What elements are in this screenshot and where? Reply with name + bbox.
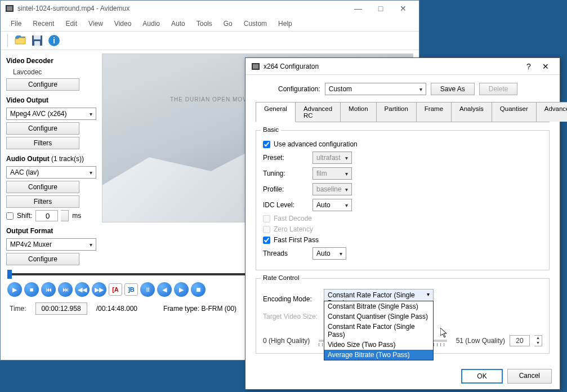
encoding-mode-dropdown: Constant Bitrate (Single Pass) Constant … <box>324 301 434 360</box>
app-icon <box>5 4 14 13</box>
tab-motion[interactable]: Motion <box>340 102 377 122</box>
menu-custom[interactable]: Custom <box>238 17 273 30</box>
audio-codec-combo[interactable]: AAC (lav) <box>6 166 96 179</box>
menu-help[interactable]: Help <box>273 17 298 30</box>
preview-text1: THE DURIAN OPEN MOVI <box>170 96 249 103</box>
next-kf-button[interactable]: ▶▶ <box>92 282 106 297</box>
menu-edit[interactable]: Edit <box>60 17 83 30</box>
option-vsize[interactable]: Video Size (Two Pass) <box>324 340 433 350</box>
frame-type-label: Frame type: B-FRM (00) <box>163 305 236 313</box>
ok-button[interactable]: OK <box>461 369 502 384</box>
shift-checkbox[interactable] <box>6 212 14 220</box>
help-button[interactable]: ? <box>520 62 537 71</box>
video-decoder-label: Video Decoder <box>6 57 96 65</box>
rate-control-group: Rate Control Encoding Mode: Constant Rat… <box>256 278 550 354</box>
svg-rect-4 <box>34 41 40 46</box>
menu-file[interactable]: File <box>5 17 27 30</box>
tab-quantiser[interactable]: Quantiser <box>492 102 537 122</box>
menu-go[interactable]: Go <box>218 17 238 30</box>
use-advanced-label: Use advanced configuration <box>274 140 358 148</box>
tab-partition[interactable]: Partition <box>376 102 417 122</box>
save-icon[interactable] <box>30 34 44 47</box>
idc-label: IDC Level: <box>263 201 308 209</box>
menu-audio[interactable]: Audio <box>137 17 166 30</box>
cancel-button[interactable]: Cancel <box>507 369 552 384</box>
marker-a-button[interactable]: [A <box>109 283 122 296</box>
option-abr[interactable]: Average Bitrate (Two Pass) <box>324 350 433 360</box>
maximize-button[interactable]: □ <box>369 2 392 15</box>
profile-combo: baseline <box>312 183 352 195</box>
quality-low-label: 0 (High Quality) <box>263 337 310 345</box>
video-codec-combo[interactable]: Mpeg4 AVC (x264) <box>6 108 96 120</box>
play-button[interactable]: ▶ <box>7 282 22 297</box>
fast-first-pass-checkbox[interactable] <box>263 237 270 244</box>
shift-unit: ms <box>72 212 81 220</box>
svg-text:i: i <box>53 36 55 45</box>
prev-frame-button[interactable]: ⏮ <box>41 282 56 297</box>
menu-tools[interactable]: Tools <box>191 17 218 30</box>
shift-input[interactable] <box>35 210 58 221</box>
menubar: File Recent Edit View Video Audio Auto T… <box>1 16 419 32</box>
goto-start-button[interactable]: ⏸ <box>140 282 155 297</box>
save-as-button[interactable]: Save As <box>431 83 475 95</box>
quality-high-label: 51 (Low Quality) <box>456 337 505 345</box>
stop-button[interactable]: ■ <box>24 282 39 297</box>
separator <box>7 34 8 47</box>
quality-spinner[interactable]: ▲▼ <box>534 335 542 346</box>
open-icon[interactable] <box>14 34 27 47</box>
basic-group: Basic Use advanced configuration Preset:… <box>256 130 550 270</box>
basic-group-title: Basic <box>261 126 281 133</box>
prev-kf-button[interactable]: ◀◀ <box>75 282 90 297</box>
shift-spinner[interactable] <box>61 210 69 221</box>
video-configure-button[interactable]: Configure <box>6 122 79 135</box>
encoding-mode-combo[interactable]: Constant Rate Factor (Single Pass) Const… <box>324 289 434 309</box>
muxer-configure-button[interactable]: Configure <box>6 253 79 265</box>
decoder-name: Lavcodec <box>13 68 96 76</box>
config-combo[interactable]: Custom <box>325 83 426 95</box>
quality-value-input[interactable]: 20 <box>510 335 530 346</box>
menu-recent[interactable]: Recent <box>27 17 60 30</box>
video-filters-button[interactable]: Filters <box>6 137 79 149</box>
audio-output-label: Audio Output (1 track(s)) <box>6 155 96 163</box>
goto-end-button[interactable]: ⏹ <box>191 282 206 297</box>
next-frame-button[interactable]: ⏭ <box>58 282 73 297</box>
audio-filters-button[interactable]: Filters <box>6 195 79 208</box>
use-advanced-checkbox[interactable] <box>263 141 270 148</box>
fast-decode-label: Fast Decode <box>274 215 312 222</box>
svg-rect-3 <box>34 35 41 39</box>
minimize-button[interactable]: — <box>347 2 369 15</box>
tab-frame[interactable]: Frame <box>416 102 452 122</box>
tab-analysis[interactable]: Analysis <box>451 102 492 122</box>
option-cbr[interactable]: Constant Bitrate (Single Pass) <box>324 301 433 311</box>
threads-label: Threads <box>263 250 308 257</box>
svg-rect-8 <box>253 64 258 69</box>
current-time[interactable]: 00:00:12.958 <box>35 302 87 315</box>
preset-combo: ultrafast <box>312 152 352 164</box>
idc-combo[interactable]: Auto <box>312 199 352 211</box>
dialog-close-button[interactable]: ✕ <box>537 62 554 71</box>
info-icon[interactable]: i <box>47 34 61 47</box>
fwd-button[interactable]: ▶ <box>174 282 189 297</box>
window-title: sintel-1024-surround.mp4 - Avidemux <box>17 5 347 12</box>
menu-auto[interactable]: Auto <box>166 17 191 30</box>
muxer-combo[interactable]: MP4v2 Muxer <box>6 238 96 251</box>
menu-view[interactable]: View <box>83 17 109 30</box>
config-label: Configuration: <box>278 85 320 93</box>
tab-advanced[interactable]: Advanced <box>536 102 567 122</box>
threads-combo[interactable]: Auto <box>312 247 346 260</box>
option-cq[interactable]: Constant Quantiser (Single Pass) <box>324 311 433 322</box>
profile-label: Profile: <box>263 185 308 193</box>
fast-decode-checkbox <box>263 215 270 222</box>
video-output-label: Video Output <box>6 96 96 104</box>
timeline-thumb[interactable] <box>7 270 12 279</box>
back-button[interactable]: ◀ <box>157 282 172 297</box>
audio-configure-button[interactable]: Configure <box>6 181 79 193</box>
left-panel: Video Decoder Lavcodec Configure Video O… <box>6 54 96 265</box>
tab-general[interactable]: General <box>256 102 296 122</box>
marker-b-button[interactable]: ]B <box>124 283 138 296</box>
option-crf[interactable]: Constant Rate Factor (Single Pass) <box>324 322 433 340</box>
menu-video[interactable]: Video <box>109 17 137 30</box>
tab-advanced-rc[interactable]: Advanced RC <box>295 102 341 122</box>
close-button[interactable]: ✕ <box>392 2 414 15</box>
decoder-configure-button[interactable]: Configure <box>6 78 79 91</box>
